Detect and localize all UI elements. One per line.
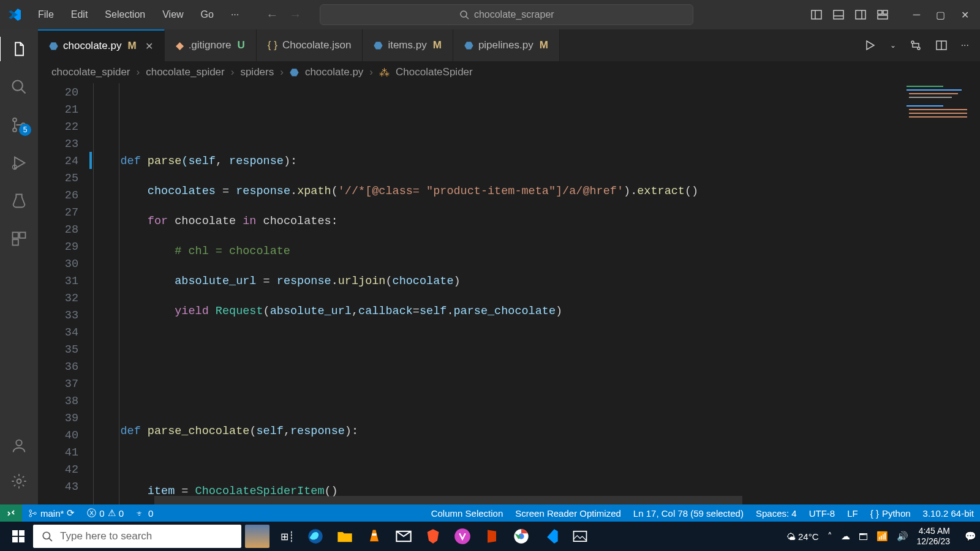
- search-icon: [459, 10, 469, 20]
- encoding-status[interactable]: UTF-8: [803, 508, 842, 519]
- task-view-icon[interactable]: ⊞┊: [281, 531, 295, 542]
- taskbar-clock[interactable]: 4:45 AM 12/26/23: [917, 526, 951, 547]
- wifi-icon[interactable]: 📶: [876, 531, 888, 542]
- mail-icon[interactable]: [395, 528, 412, 545]
- svg-point-23: [918, 47, 920, 50]
- split-editor-icon[interactable]: [935, 39, 948, 51]
- app-icon-purple[interactable]: [454, 528, 471, 545]
- notifications-icon[interactable]: 💬: [965, 531, 976, 542]
- breadcrumb-segment[interactable]: ChocolateSpider: [396, 66, 473, 78]
- svg-rect-2: [812, 10, 821, 19]
- activity-bar: 5: [0, 29, 38, 504]
- minimap[interactable]: [904, 83, 971, 504]
- ports-status[interactable]: ᯤ0: [130, 508, 159, 519]
- battery-icon[interactable]: 🗔: [859, 531, 868, 542]
- tab-label: Chocolate.json: [282, 39, 351, 51]
- window-minimize-icon[interactable]: ─: [913, 9, 920, 21]
- layout-sidebar-right-icon[interactable]: [854, 9, 867, 21]
- breadcrumb-segment[interactable]: chocolate_spider: [51, 66, 130, 78]
- column-selection-status[interactable]: Column Selection: [425, 508, 510, 519]
- screen-reader-status[interactable]: Screen Reader Optimized: [509, 508, 627, 519]
- tab-label: chocolate.py: [63, 40, 121, 52]
- command-center-search[interactable]: chocolate_scraper: [320, 4, 693, 25]
- layout-panel-icon[interactable]: [832, 9, 845, 21]
- json-file-icon: { }: [268, 39, 277, 51]
- volume-icon[interactable]: 🔊: [897, 531, 908, 542]
- breadcrumb-segment[interactable]: chocolate.py: [305, 66, 363, 78]
- svg-point-35: [29, 514, 32, 517]
- problems-status[interactable]: ⓧ0 ⚠0: [81, 508, 130, 519]
- customize-layout-icon[interactable]: [876, 9, 889, 21]
- tab-gitignore[interactable]: ◆ .gitignore U: [165, 29, 257, 61]
- sync-icon[interactable]: ⟳: [67, 508, 75, 519]
- source-control-icon[interactable]: 5: [10, 116, 28, 133]
- remote-indicator[interactable]: [0, 504, 22, 522]
- weather-widget[interactable]: 🌤 24°C: [786, 531, 819, 542]
- menu-view[interactable]: View: [155, 6, 190, 24]
- settings-gear-icon[interactable]: [10, 473, 28, 490]
- file-explorer-icon[interactable]: [336, 528, 353, 545]
- code-editor[interactable]: 202122 232425 262728 293031 323334 35363…: [38, 83, 980, 504]
- breadcrumb[interactable]: chocolate_spider› chocolate_spider› spid…: [38, 61, 980, 83]
- chrome-icon[interactable]: [513, 528, 530, 545]
- brave-icon[interactable]: [424, 528, 442, 545]
- news-widget-icon[interactable]: [245, 525, 270, 548]
- python-interpreter-status[interactable]: 3.10.2 64-bit: [917, 508, 980, 519]
- run-dropdown-icon[interactable]: ⌄: [890, 41, 896, 50]
- vlc-icon[interactable]: [366, 528, 383, 545]
- tab-close-icon[interactable]: ✕: [145, 40, 153, 52]
- testing-icon[interactable]: [10, 192, 28, 209]
- onedrive-icon[interactable]: ☁: [841, 531, 850, 542]
- vscode-taskbar-icon[interactable]: [542, 528, 559, 545]
- explorer-icon[interactable]: [10, 40, 28, 58]
- menu-file[interactable]: File: [31, 6, 61, 24]
- code-content[interactable]: def parse(self, response): chocolates = …: [93, 83, 980, 504]
- menu-selection[interactable]: Selection: [97, 6, 153, 24]
- svg-rect-4: [834, 10, 843, 19]
- office-icon[interactable]: [483, 528, 500, 545]
- svg-point-20: [16, 440, 21, 446]
- eol-status[interactable]: LF: [841, 508, 864, 519]
- menu-go[interactable]: Go: [194, 6, 221, 24]
- window-close-icon[interactable]: ✕: [961, 9, 969, 21]
- nav-forward-icon[interactable]: →: [289, 8, 301, 22]
- breadcrumb-segment[interactable]: spiders: [240, 66, 274, 78]
- search-activity-icon[interactable]: [10, 78, 28, 96]
- nav-back-icon[interactable]: ←: [266, 8, 278, 22]
- tab-untracked-badge: U: [238, 39, 245, 51]
- vscode-icon: [7, 7, 22, 22]
- menu-more[interactable]: ···: [224, 6, 246, 24]
- tab-modified-badge: M: [540, 39, 548, 51]
- git-branch-status[interactable]: main* ⟳: [22, 508, 81, 519]
- indentation-status[interactable]: Spaces: 4: [750, 508, 803, 519]
- class-icon: ⁂: [379, 66, 390, 79]
- breadcrumb-segment[interactable]: chocolate_spider: [146, 66, 225, 78]
- run-debug-icon[interactable]: [10, 154, 28, 171]
- tab-pipelines-py[interactable]: ⬣ pipelines.py M: [453, 29, 560, 61]
- editor-tabs: ⬣ chocolate.py M ✕ ◆ .gitignore U { } Ch…: [38, 29, 980, 61]
- tab-items-py[interactable]: ⬣ items.py M: [363, 29, 453, 61]
- svg-point-21: [17, 479, 21, 484]
- more-actions-icon[interactable]: ···: [961, 40, 969, 51]
- start-button[interactable]: [4, 530, 33, 543]
- tab-chocolate-py[interactable]: ⬣ chocolate.py M ✕: [38, 29, 165, 61]
- git-compare-icon[interactable]: [910, 39, 922, 51]
- taskbar-search[interactable]: Type here to search: [33, 525, 241, 548]
- horizontal-scrollbar[interactable]: [154, 496, 742, 504]
- tab-chocolate-json[interactable]: { } Chocolate.json: [257, 29, 363, 61]
- run-file-icon[interactable]: [864, 39, 876, 51]
- menu-edit[interactable]: Edit: [64, 6, 96, 24]
- photos-icon[interactable]: [571, 528, 589, 545]
- extensions-icon[interactable]: [10, 230, 28, 247]
- language-mode-status[interactable]: { } Python: [864, 508, 917, 519]
- svg-rect-37: [12, 530, 18, 536]
- cursor-position-status[interactable]: Ln 17, Col 78 (59 selected): [627, 508, 750, 519]
- tray-chevron-icon[interactable]: ˄: [827, 531, 832, 542]
- svg-rect-31: [909, 109, 967, 110]
- edge-icon[interactable]: [307, 528, 324, 545]
- svg-rect-40: [19, 537, 24, 542]
- window-maximize-icon[interactable]: ▢: [936, 9, 945, 21]
- layout-sidebar-left-icon[interactable]: [810, 9, 823, 21]
- accounts-icon[interactable]: [10, 437, 28, 454]
- svg-rect-27: [907, 89, 962, 91]
